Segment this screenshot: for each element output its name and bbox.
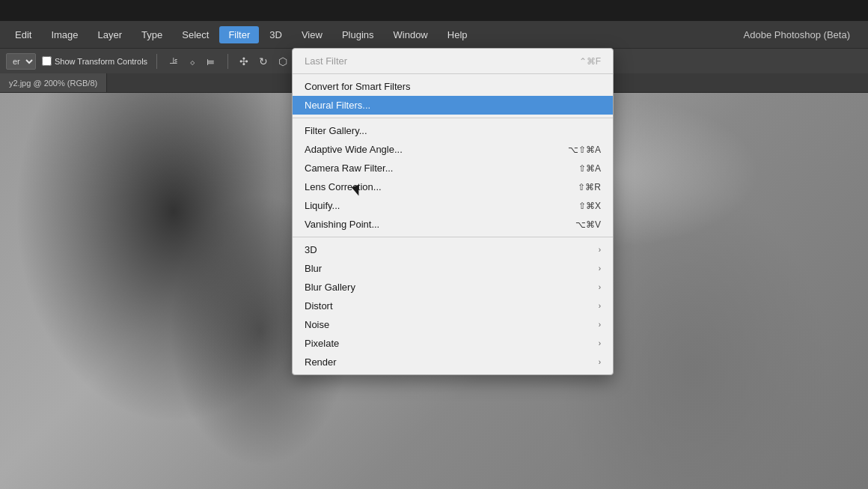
align-right-icon[interactable]: ⫢: [204, 54, 218, 69]
submenu-arrow: ›: [599, 283, 601, 291]
menu-entry-blur-gallery[interactable]: Blur Gallery ›: [293, 278, 613, 297]
menu-item-select[interactable]: Select: [173, 26, 218, 43]
menu-item-3d[interactable]: 3D: [260, 26, 291, 43]
menu-entry-vanishing-point[interactable]: Vanishing Point... ⌥⌘V: [293, 215, 613, 234]
menu-separator-3: [293, 237, 613, 237]
rotate-icon[interactable]: ↻: [257, 54, 270, 69]
menu-shortcut: ⌃⌘F: [579, 56, 601, 67]
move-icon[interactable]: ✣: [237, 54, 251, 69]
menu-shortcut: ⇧⌘R: [578, 182, 601, 192]
align-center-icon[interactable]: ⬦: [187, 54, 198, 69]
menu-entry-label: Camera Raw Filter...: [305, 163, 393, 174]
menu-entry-liquify[interactable]: Liquify... ⇧⌘X: [293, 196, 613, 215]
menu-entry-label: Noise: [305, 319, 329, 330]
top-os-bar: [0, 0, 868, 21]
menu-entry-lens-correction[interactable]: Lens Correction... ⇧⌘R: [293, 177, 613, 196]
filter-dropdown-menu: Last Filter ⌃⌘F Convert for Smart Filter…: [292, 48, 614, 375]
menu-entry-filter-gallery[interactable]: Filter Gallery...: [293, 121, 613, 140]
menu-entry-label: Liquify...: [305, 200, 340, 211]
menu-item-window[interactable]: Window: [385, 26, 437, 43]
menu-entry-label: Vanishing Point...: [305, 219, 379, 230]
menu-entry-convert-smart[interactable]: Convert for Smart Filters: [293, 77, 613, 96]
menu-entry-label: Pixelate: [305, 338, 339, 349]
menu-entry-label: Filter Gallery...: [305, 125, 367, 136]
menu-entry-distort[interactable]: Distort ›: [293, 297, 613, 315]
menu-separator-1: [293, 73, 613, 74]
menu-item-image[interactable]: Image: [42, 26, 87, 43]
menu-separator-2: [293, 118, 613, 118]
tool-preset-select[interactable]: er: [6, 53, 36, 70]
menu-entry-label: Neural Filters...: [305, 100, 370, 111]
menu-bar: Edit Image Layer Type Select Filter 3D V…: [0, 21, 868, 48]
menu-item-layer[interactable]: Layer: [89, 26, 132, 43]
menu-item-view[interactable]: View: [293, 26, 331, 43]
submenu-arrow: ›: [599, 321, 601, 329]
submenu-arrow: ›: [599, 264, 601, 273]
menu-entry-3d[interactable]: 3D ›: [293, 240, 613, 259]
menu-entry-noise[interactable]: Noise ›: [293, 315, 613, 334]
menu-entry-neural-filters[interactable]: Neural Filters...: [293, 96, 613, 115]
menu-entry-label: Render: [305, 356, 337, 368]
menu-entry-render[interactable]: Render ›: [293, 353, 613, 371]
menu-shortcut: ⇧⌘X: [578, 201, 601, 211]
menu-entry-pixelate[interactable]: Pixelate ›: [293, 334, 613, 353]
submenu-arrow: ›: [599, 339, 601, 347]
menu-entry-label: Blur: [305, 263, 322, 274]
camera-icon[interactable]: ⬡: [276, 54, 290, 69]
menu-entry-label: Convert for Smart Filters: [305, 81, 411, 92]
menu-entry-last-filter[interactable]: Last Filter ⌃⌘F: [293, 52, 613, 70]
menu-entry-blur[interactable]: Blur ›: [293, 259, 613, 278]
menu-entry-label: 3D: [305, 244, 317, 255]
submenu-arrow: ›: [599, 246, 601, 254]
menu-shortcut: ⇧⌘A: [578, 163, 601, 174]
menu-entry-label: Adaptive Wide Angle...: [305, 144, 403, 155]
submenu-arrow: ›: [599, 358, 601, 366]
menu-entry-label: Blur Gallery: [305, 282, 355, 293]
menu-entry-label: Distort: [305, 300, 333, 312]
menu-entry-camera-raw[interactable]: Camera Raw Filter... ⇧⌘A: [293, 159, 613, 177]
menu-shortcut: ⌥⌘V: [575, 219, 601, 230]
menu-item-filter[interactable]: Filter: [219, 26, 259, 43]
menu-entry-label: Lens Correction...: [305, 181, 382, 192]
menu-item-plugins[interactable]: Plugins: [333, 26, 383, 43]
menu-item-help[interactable]: Help: [438, 26, 477, 43]
menu-shortcut: ⌥⇧⌘A: [568, 145, 601, 155]
document-tab[interactable]: y2.jpg @ 200% (RGB/8): [0, 73, 107, 92]
menu-item-type[interactable]: Type: [132, 26, 171, 43]
align-left-icon[interactable]: ⫡: [166, 54, 181, 69]
options-separator-2: [227, 54, 228, 69]
menu-entry-adaptive-wide[interactable]: Adaptive Wide Angle... ⌥⇧⌘A: [293, 140, 613, 159]
transform-controls-label: Show Transform Controls: [55, 57, 147, 66]
transform-controls-checkbox[interactable]: [42, 56, 52, 66]
submenu-arrow: ›: [599, 302, 601, 310]
menu-entry-label: Last Filter: [305, 55, 347, 67]
app-title: Adobe Photoshop (Beta): [744, 29, 862, 40]
menu-item-edit[interactable]: Edit: [6, 26, 40, 43]
transform-controls-checkbox-group[interactable]: Show Transform Controls: [42, 56, 147, 66]
options-separator-1: [156, 54, 157, 69]
